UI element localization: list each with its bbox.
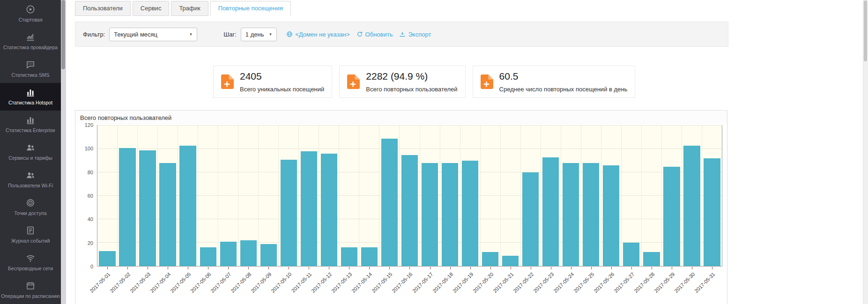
- sidebar-item-start[interactable]: Стартовая: [0, 0, 61, 28]
- sidebar-item-label: Сервисы и тарифы: [8, 155, 52, 161]
- y-axis-tick-label: 120: [85, 122, 93, 128]
- bar[interactable]: [401, 155, 418, 267]
- chevron-down-icon: ▼: [189, 32, 193, 37]
- download-icon: [399, 31, 406, 37]
- bar[interactable]: [583, 163, 599, 266]
- stat-caption: Всего уникальных посещений: [240, 86, 324, 93]
- chart-widget: Всего повторных пользователей 0204060801…: [75, 110, 727, 304]
- bar-cell: [501, 126, 521, 266]
- bar[interactable]: [623, 243, 639, 266]
- bar[interactable]: [663, 167, 680, 267]
- bar[interactable]: [704, 158, 720, 266]
- x-axis-tick: [531, 267, 531, 269]
- bar[interactable]: [381, 139, 398, 267]
- sidebar-scrollbar-thumb[interactable]: [61, 0, 65, 69]
- toolbar-link-export[interactable]: Экспорт: [399, 31, 431, 38]
- x-axis-tick: [672, 267, 672, 269]
- app-window: СтартоваяСтатистика провайдераСтатистика…: [0, 0, 868, 304]
- bar[interactable]: [482, 252, 498, 266]
- step-select[interactable]: 1 день ▼: [241, 28, 277, 41]
- bar[interactable]: [522, 172, 539, 266]
- bar[interactable]: [502, 256, 519, 267]
- sidebar-nav: СтартоваяСтатистика провайдераСтатистика…: [0, 0, 61, 304]
- bar-cell: [279, 126, 299, 266]
- bar[interactable]: [442, 163, 458, 266]
- x-axis-tick: [712, 267, 712, 269]
- sidebar-item-sms-stats[interactable]: Статистика SMS: [0, 55, 61, 83]
- bar[interactable]: [260, 244, 277, 267]
- y-axis: 020406080100120: [76, 125, 97, 267]
- toolbar-link-refresh[interactable]: Обновить: [356, 31, 393, 38]
- bar[interactable]: [179, 146, 196, 267]
- toolbar-links: <Домен не указан>ОбновитьЭкспорт: [280, 31, 431, 38]
- bar-cell: [218, 126, 238, 266]
- sidebar-item-event-log[interactable]: Журнал событий: [0, 221, 61, 249]
- bar-cell: [178, 126, 198, 266]
- bar[interactable]: [361, 247, 378, 266]
- x-axis-tick: [329, 267, 329, 269]
- vertical-scrollbar-thumb[interactable]: [864, 0, 867, 61]
- x-axis-tick: [248, 267, 249, 269]
- bar[interactable]: [220, 242, 237, 267]
- toolbar-link-label: <Домен не указан>: [295, 31, 349, 38]
- bar[interactable]: [240, 240, 257, 266]
- sidebar-item-enterprise-stats[interactable]: Статистика Enterprise: [0, 111, 61, 138]
- bar[interactable]: [159, 163, 176, 266]
- x-axis-tick: [652, 267, 652, 269]
- x-axis-tick: [611, 267, 612, 269]
- bar[interactable]: [99, 251, 115, 267]
- sidebar-item-scheduled-operations[interactable]: Операции по расписанию: [0, 276, 61, 304]
- bar[interactable]: [281, 160, 297, 267]
- vertical-scrollbar[interactable]: [863, 0, 868, 304]
- toolbar-link-domain[interactable]: <Домен не указан>: [286, 31, 349, 38]
- sidebar-item-services-tariffs[interactable]: Сервисы и тарифы: [0, 138, 61, 166]
- filter-toolbar: Фильтр: Текущий месяц ▼ Шаг: 1 день ▼ <Д…: [75, 22, 728, 47]
- x-axis-tick: [551, 267, 551, 269]
- x-axis-tick: [369, 267, 370, 269]
- bar[interactable]: [422, 163, 438, 266]
- x-axis-tick: [107, 267, 108, 269]
- bar[interactable]: [462, 161, 478, 266]
- bar[interactable]: [563, 163, 579, 266]
- sidebar-item-access-points[interactable]: Точки доступа: [0, 193, 61, 221]
- bar[interactable]: [643, 252, 660, 266]
- bar[interactable]: [321, 154, 337, 266]
- sidebar-item-wifi-users[interactable]: Пользователи Wi-Fi: [0, 166, 61, 193]
- bar[interactable]: [139, 150, 156, 267]
- bar[interactable]: [683, 146, 700, 267]
- x-axis-tick: [268, 267, 269, 269]
- bar[interactable]: [341, 247, 357, 266]
- tab-users[interactable]: Пользователи: [75, 1, 131, 16]
- bar[interactable]: [301, 151, 317, 266]
- sidebar-item-label: Статистика Enterprise: [6, 127, 55, 133]
- sidebar-item-provider-stats[interactable]: Статистика провайдера: [0, 28, 61, 55]
- sidebar: СтартоваяСтатистика провайдераСтатистика…: [0, 0, 61, 304]
- bar-cell: [702, 126, 722, 266]
- x-axis-tick: [692, 267, 692, 269]
- bar[interactable]: [603, 165, 619, 266]
- x-axis-cell: 2017-05-31: [702, 267, 722, 304]
- stat-caption: Среднее число повторных посещений в день: [499, 86, 628, 93]
- chevron-down-icon: ▼: [268, 32, 272, 37]
- bar[interactable]: [119, 148, 135, 267]
- stat-card: 60.5Среднее число повторных посещений в …: [473, 66, 636, 98]
- users-icon: [26, 171, 35, 180]
- x-axis-tick: [228, 267, 229, 269]
- sidebar-item-wireless-networks[interactable]: Беспроводные сети: [0, 249, 61, 276]
- tab-repeat-visits[interactable]: Повторные посещения: [210, 1, 291, 16]
- bar-cell: [460, 126, 481, 266]
- filter-period-select[interactable]: Текущий месяц ▼: [109, 28, 197, 41]
- sidebar-item-label: Журнал событий: [11, 238, 50, 244]
- tab-service[interactable]: Сервис: [133, 1, 170, 16]
- sidebar-item-hotspot-stats[interactable]: Статистика Hotspot: [0, 83, 61, 111]
- tab-traffic[interactable]: Трафик: [171, 1, 208, 16]
- bar[interactable]: [200, 247, 216, 266]
- bar[interactable]: [542, 157, 559, 267]
- x-axis-tick: [631, 267, 632, 269]
- sidebar-item-label: Пользователи Wi-Fi: [8, 183, 53, 188]
- bar-chart: 020406080100120 2017-05-012017-05-022017…: [75, 124, 727, 304]
- x-axis-tick: [389, 267, 390, 269]
- sidebar-scrollbar[interactable]: [61, 0, 66, 304]
- target-icon: [26, 198, 35, 208]
- users-icon: [26, 143, 35, 152]
